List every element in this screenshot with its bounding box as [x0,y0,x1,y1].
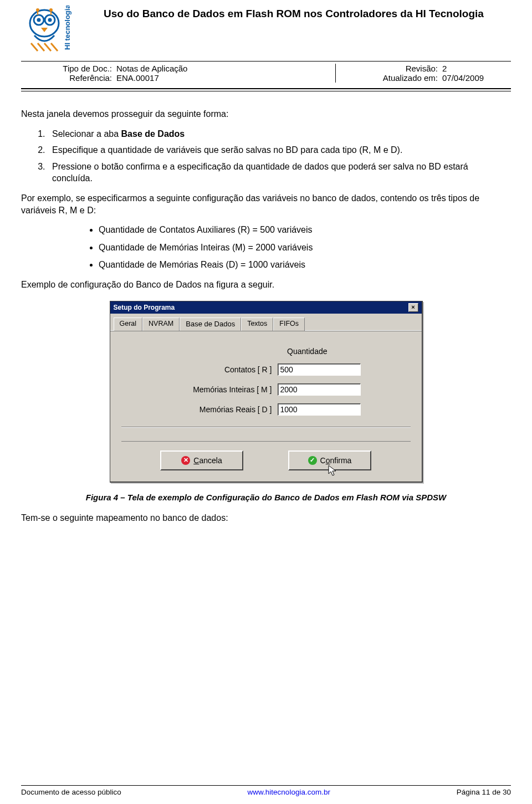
closing-line: Tem-se o seguinte mapeamento no banco de… [21,512,511,524]
example-intro: Por exemplo, se especificarmos a seguint… [21,192,511,216]
dialog-body: Quantidade Contatos [ R ] Memórias Intei… [110,331,422,482]
svg-point-6 [49,8,53,12]
document-footer: Documento de acesso público www.hitecnol… [21,781,511,796]
quantity-header: Quantidade [121,347,411,356]
tab-nvram[interactable]: NVRAM [142,317,180,331]
revisao-value: 2 [440,64,511,73]
step-item-1: Selecionar a aba Base de Dados [48,128,511,140]
contatos-input[interactable] [278,363,361,376]
document-title: Uso do Banco de Dados em Flash ROM nos C… [76,6,511,20]
cancel-button[interactable]: ✕ Cancela [160,450,243,470]
dialog-title: Setup do Programa [114,304,175,311]
bullet-item: Quantidade de Contatos Auxiliares (R) = … [99,224,511,236]
contatos-label: Contatos [ R ] [224,365,272,374]
footer-right: Página 11 de 30 [457,788,511,796]
tipo-doc-value: Notas de Aplicação [114,64,309,73]
bullet-item: Quantidade de Memórias Reais (D) = 1000 … [99,259,511,271]
revisao-label: Revisão: [336,64,441,73]
document-body: Nesta janela devemos prosseguir da segui… [21,108,511,291]
figure-caption: Figura 4 – Tela de exemplo de Configuraç… [21,493,511,502]
step-item-2: Especifique a quantidade de variáveis qu… [48,144,511,156]
document-meta-table: Tipo de Doc.: Notas de Aplicação Revisão… [21,64,511,83]
setup-dialog: Setup do Programa × Geral NVRAM Base de … [110,301,423,483]
reais-input[interactable] [278,403,361,416]
cursor-icon [328,465,338,477]
referencia-label: Referência: [21,73,114,83]
atualizado-value: 07/04/2009 [440,73,511,83]
dialog-titlebar: Setup do Programa × [110,301,422,314]
step-item-3: Pressione o botão confirma e a especific… [48,161,511,185]
svg-point-3 [37,18,41,22]
confirm-button[interactable]: ✓ Confirma [288,450,371,470]
svg-text:HI tecnologia: HI tecnologia [63,6,71,50]
svg-point-5 [36,8,39,12]
document-header: HI tecnologia Uso do Banco de Dados em F… [21,6,511,91]
footer-left: Documento de acesso público [21,788,121,796]
company-logo: HI tecnologia [21,6,76,59]
reais-label: Memórias Reais [ D ] [200,405,272,414]
tipo-doc-label: Tipo de Doc.: [21,64,114,73]
atualizado-label: Atualizado em: [336,73,441,83]
confirm-icon: ✓ [308,456,317,465]
tab-geral[interactable]: Geral [114,317,143,331]
svg-point-4 [48,18,52,22]
tab-fifos[interactable]: FIFOs [273,317,305,331]
cancel-icon: ✕ [181,456,190,465]
referencia-value: ENA.00017 [114,73,309,83]
inteiras-input[interactable] [278,383,361,396]
footer-center: www.hitecnologia.com.br [248,788,330,796]
step1-bold: Base de Dados [121,129,185,139]
step1-pre: Selecionar a aba [52,129,121,139]
inteiras-label: Memórias Inteiras [ M ] [193,385,272,394]
close-button[interactable]: × [408,303,418,312]
bullet-item: Quantidade de Memórias Inteiras (M) = 20… [99,242,511,254]
dialog-tabstrip: Geral NVRAM Base de Dados Textos FIFOs [110,314,422,331]
tab-textos[interactable]: Textos [241,317,273,331]
cancel-label-rest: ancela [199,456,222,465]
example-outro: Exemplo de configuração do Banco de Dado… [21,279,511,291]
intro-paragraph: Nesta janela devemos prosseguir da segui… [21,108,511,120]
tab-base-de-dados[interactable]: Base de Dados [180,317,241,331]
